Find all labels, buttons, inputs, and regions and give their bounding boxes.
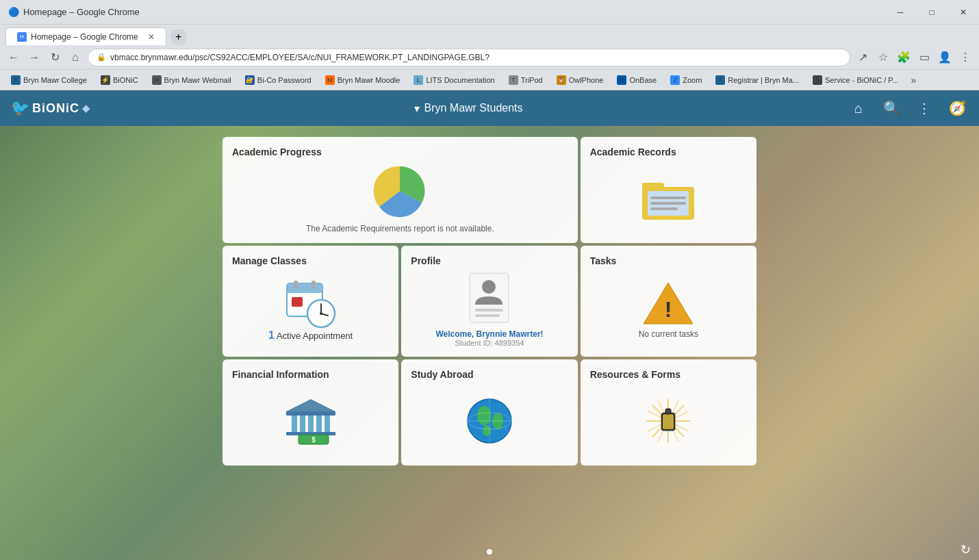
window-controls: ─ □ ✕ <box>885 0 979 25</box>
close-button[interactable]: ✕ <box>948 0 979 25</box>
svg-rect-4 <box>650 196 686 199</box>
tab-close-icon[interactable]: ✕ <box>148 32 155 42</box>
warning-icon: ! <box>641 280 696 327</box>
moodle-icon: M <box>325 75 335 85</box>
bookmark-label: Service - BiONiC / P... <box>825 76 898 84</box>
forward-button[interactable]: → <box>26 49 42 66</box>
appointment-text: 1 Active Appointment <box>268 329 353 342</box>
nav-right: ⌂ 🔍 ⋮ 🧭 <box>848 97 968 119</box>
bookmark-service[interactable]: S Service - BiONiC / P... <box>807 74 904 86</box>
study-abroad-content <box>411 385 568 456</box>
svg-rect-9 <box>294 281 298 289</box>
globe-icon <box>465 396 514 446</box>
academic-records-content <box>590 163 747 233</box>
bookmark-password[interactable]: 🔐 Bi-Co Password <box>240 74 317 86</box>
profile-tile[interactable]: Profile Welcome, Brynnie Mawrter! Studen… <box>401 246 577 357</box>
bookmark-bryn-mawr[interactable]: B Bryn Mawr College <box>5 74 92 86</box>
svg-rect-18 <box>475 309 503 311</box>
extensions-icon[interactable]: 🧩 <box>895 49 912 66</box>
page-title: Bryn Mawr Students <box>424 102 522 114</box>
address-bar-row: ← → ↻ ⌂ 🔒 vbmacc.brynmawr.edu/psc/CS92AC… <box>0 45 979 70</box>
financial-content: $ <box>232 385 389 456</box>
calendar-clock-icon <box>283 278 338 329</box>
bookmark-lits[interactable]: L LITS Documentation <box>408 74 500 86</box>
manage-classes-content: 1 Active Appointment <box>232 272 389 347</box>
academic-records-title: Academic Records <box>590 147 747 157</box>
home-button[interactable]: ⌂ <box>67 49 84 66</box>
tasks-content: ! No current tasks <box>590 272 747 347</box>
diamond-icon: ◆ <box>82 103 90 114</box>
bookmark-icon[interactable]: ☆ <box>875 49 891 66</box>
more-bookmarks-button[interactable]: » <box>906 73 920 87</box>
home-nav-button[interactable]: ⌂ <box>848 97 869 119</box>
bookmark-label: OnBase <box>629 76 657 84</box>
tripod-icon: T <box>509 75 518 85</box>
app-area: 🐦 BiONiC ◆ ▾ Bryn Mawr Students ⌂ 🔍 ⋮ 🧭 … <box>0 90 979 560</box>
financial-tile[interactable]: Financial Information <box>222 359 398 466</box>
bookmark-onbase[interactable]: O OnBase <box>611 74 662 86</box>
academic-progress-title: Academic Progress <box>232 147 568 157</box>
bookmark-moodle[interactable]: M Bryn Mawr Moodle <box>320 74 406 86</box>
maximize-button[interactable]: □ <box>916 0 948 25</box>
resources-tile[interactable]: Resources & Forms <box>581 359 756 466</box>
profile-icon[interactable]: 👤 <box>937 49 953 66</box>
academic-records-tile[interactable]: Academic Records <box>581 137 756 243</box>
bookmark-label: Bryn Mawr Moodle <box>338 76 400 84</box>
svg-marker-22 <box>286 399 335 411</box>
more-nav-button[interactable]: ⋮ <box>913 97 935 119</box>
owlphone-icon: 🦉 <box>557 75 566 85</box>
resources-title: Resources & Forms <box>590 369 747 380</box>
pagination-dot-1[interactable] <box>487 549 492 555</box>
academic-progress-subtitle: The Academic Requirements report is not … <box>306 224 494 233</box>
bookmark-zoom[interactable]: Z Zoom <box>665 74 707 86</box>
bookmark-label: OwlPhone <box>569 76 604 84</box>
bookmark-webmail[interactable]: ✉ Bryn Mawr Webmail <box>147 74 237 86</box>
bionic-logo[interactable]: 🐦 BiONiC ◆ <box>11 99 90 117</box>
refresh-button[interactable]: ↻ <box>47 49 63 66</box>
manage-classes-tile[interactable]: Manage Classes <box>222 246 398 357</box>
bookmark-label: BiONiC <box>113 76 138 84</box>
svg-rect-57 <box>665 409 671 414</box>
minimize-button[interactable]: ─ <box>885 0 916 25</box>
tasks-tile[interactable]: Tasks ! No current tasks <box>581 246 756 357</box>
bookmark-registrar[interactable]: R Registrar | Bryn Ma... <box>710 74 804 86</box>
profile-welcome: Welcome, Brynnie Mawrter! <box>435 329 543 339</box>
dropdown-arrow: ▾ <box>414 102 420 115</box>
sidebar-icon[interactable]: ▭ <box>916 49 932 66</box>
bookmark-bionic[interactable]: ⚡ BiONiC <box>95 74 144 86</box>
new-tab-button[interactable]: + <box>170 29 187 45</box>
search-nav-button[interactable]: 🔍 <box>880 97 902 119</box>
profile-content: Welcome, Brynnie Mawrter! Student ID: 48… <box>411 272 568 347</box>
nav-left: 🐦 BiONiC ◆ <box>11 99 90 117</box>
study-abroad-title: Study Abroad <box>411 369 568 380</box>
bookmark-tripod[interactable]: T TriPod <box>503 74 548 86</box>
title-label: Homepage – Google Chrome <box>23 7 140 17</box>
active-tab[interactable]: H Homepage – Google Chrome ✕ <box>5 27 166 45</box>
profile-document-icon <box>467 272 511 327</box>
svg-rect-6 <box>650 207 678 210</box>
tab-label: Homepage – Google Chrome <box>31 32 138 42</box>
academic-progress-content: The Academic Requirements report is not … <box>232 163 568 233</box>
svg-text:!: ! <box>665 297 672 322</box>
resources-content <box>590 385 747 456</box>
page-refresh-button[interactable]: ↻ <box>961 542 971 557</box>
share-icon[interactable]: ↗ <box>854 49 871 66</box>
bookmark-owlphone[interactable]: 🦉 OwlPhone <box>551 74 609 86</box>
academic-progress-tile[interactable]: Academic Progress <box>222 137 578 243</box>
compass-nav-button[interactable]: 🧭 <box>946 97 968 119</box>
svg-rect-8 <box>287 283 322 293</box>
address-bar[interactable]: 🔒 vbmacc.brynmawr.edu/psc/CS92ACC/EMPLOY… <box>88 49 850 66</box>
bookmark-label: Registrar | Bryn Ma... <box>728 76 799 84</box>
back-button[interactable]: ← <box>5 49 22 66</box>
window-title: 🔵 Homepage – Google Chrome <box>8 7 140 17</box>
svg-rect-28 <box>325 416 330 432</box>
study-abroad-tile[interactable]: Study Abroad <box>401 359 577 466</box>
svg-point-17 <box>482 280 496 294</box>
favicon: 🔵 <box>8 7 19 17</box>
svg-rect-25 <box>300 416 305 432</box>
menu-icon[interactable]: ⋮ <box>957 49 974 66</box>
tiles-grid: Academic Progress <box>222 137 756 466</box>
svg-text:$: $ <box>312 436 316 444</box>
tab-favicon: H <box>17 32 27 42</box>
folder-icon <box>641 175 696 222</box>
